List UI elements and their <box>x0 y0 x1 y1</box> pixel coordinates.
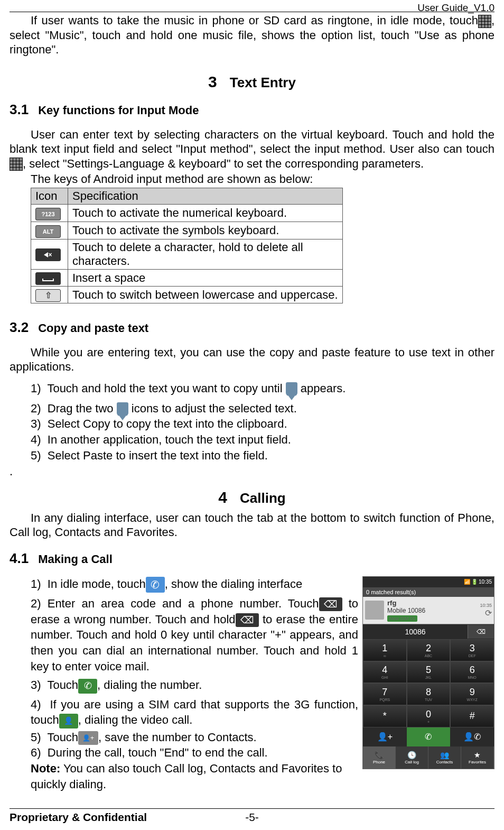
apps-grid-icon <box>10 158 23 171</box>
key-hash[interactable]: # <box>450 705 494 727</box>
cs3-num: 3) <box>31 678 41 691</box>
stray-dot: . <box>10 464 494 479</box>
key-star[interactable]: * <box>363 705 407 727</box>
step-3-text: Select Copy to copy the text into the cl… <box>48 417 287 430</box>
tab-phone-label: Phone <box>373 760 385 764</box>
add-contact-action[interactable]: 👤+ <box>363 727 407 746</box>
dialer-input-row: 10086 ⌫ <box>363 624 494 639</box>
backspace-key-icon <box>35 248 61 261</box>
text-marker-icon <box>286 382 297 396</box>
tab-calllog-label: Call log <box>405 760 419 764</box>
step-1: 1) Touch and hold the text you want to c… <box>31 381 494 396</box>
cs4-after: , dialing the video call. <box>78 713 192 726</box>
contact-number: Mobile 10086 <box>387 607 480 614</box>
sim-badge: New SIM 01 <box>387 615 417 622</box>
key-5[interactable]: 5JKL <box>407 661 451 684</box>
tab-phone[interactable]: 📞Phone <box>363 746 396 769</box>
step-3: 3) Select Copy to copy the text into the… <box>31 416 494 432</box>
th-spec: Specification <box>68 188 343 204</box>
key-2[interactable]: 2ABC <box>407 639 451 661</box>
step-2-after: icons to adjust the selected text. <box>128 402 297 415</box>
avatar <box>365 601 384 620</box>
call-step-2: 2) Enter an area code and a phone number… <box>31 596 358 674</box>
chapter-3-title: Text Entry <box>230 75 296 90</box>
key-0[interactable]: 0+ <box>407 705 451 727</box>
note-text: You can also touch Call log, Contacts an… <box>31 762 342 791</box>
doc-title: User Guide_V1.0 <box>417 2 494 14</box>
copy-paste-steps: 1) Touch and hold the text you want to c… <box>31 381 494 463</box>
call-note: Note: You can also touch Call log, Conta… <box>31 761 358 792</box>
section-3-1-para: User can enter text by selecting charact… <box>10 127 494 171</box>
cs5-before: Touch <box>47 731 78 744</box>
call-step-3: 3) Touch, dialing the number. <box>31 677 358 693</box>
key-3[interactable]: 3DEF <box>450 639 494 661</box>
spec-backspace: Touch to delete a character, hold to del… <box>68 239 343 269</box>
bottom-tabs: 📞Phone 🕓Call log 👥Contacts ★Favorites <box>363 746 494 769</box>
chapter-4-number: 4 <box>218 488 227 506</box>
icon-cell-numeric: ?123 <box>31 204 68 222</box>
spec-numeric: Touch to activate the numerical keyboard… <box>68 204 343 222</box>
step-1-before: Touch and hold the text you want to copy… <box>47 382 285 395</box>
erase-icon <box>236 613 259 627</box>
section-3-2-number: 3.2 <box>10 319 29 335</box>
tab-contacts-label: Contacts <box>436 760 453 764</box>
s31-para-after: , select "Settings-Language & keyboard" … <box>23 157 424 170</box>
step-5-text: Select Paste to insert the text into the… <box>48 449 268 462</box>
dialer-backspace[interactable]: ⌫ <box>468 625 494 639</box>
contact-row[interactable]: rfg Mobile 10086 New SIM 01 10:35 ⟳ <box>363 597 494 624</box>
step-1-after: appears. <box>297 382 346 395</box>
spec-alt: Touch to activate the symbols keyboard. <box>68 222 343 239</box>
key-1[interactable]: 1∞ <box>363 639 407 661</box>
step-4-num: 4) <box>31 433 41 446</box>
matched-results: 0 matched result(s) <box>363 587 494 597</box>
erase-icon <box>319 597 342 611</box>
step-2: 2) Drag the two icons to adjust the sele… <box>31 401 494 417</box>
video-call-icon <box>59 714 78 728</box>
tab-favorites[interactable]: ★Favorites <box>461 746 494 769</box>
numeric-key-icon: ?123 <box>35 208 61 220</box>
page-footer: Proprietary & Confidential -5- <box>10 808 494 824</box>
key-7[interactable]: 7PQRS <box>363 683 407 705</box>
s31-para2: The keys of Android input method are sho… <box>10 172 494 187</box>
section-4-1-title: Making a Call <box>38 552 113 566</box>
step-5-num: 5) <box>31 449 41 462</box>
icon-cell-shift <box>31 287 68 303</box>
section-3-1-title: Key functions for Input Mode <box>38 104 199 117</box>
dial-action[interactable]: ✆ <box>407 727 451 746</box>
status-bar: 📶🔋10:35 <box>363 577 494 587</box>
refresh-icon[interactable]: ⟳ <box>480 608 492 618</box>
footer-right <box>333 811 494 824</box>
key-4[interactable]: 4GHI <box>363 661 407 684</box>
key-9[interactable]: 9WXYZ <box>450 683 494 705</box>
s31-para-before: User can enter text by selecting charact… <box>10 128 494 156</box>
action-row: 👤+ ✆ 👤✆ <box>363 727 494 746</box>
step-2-num: 2) <box>31 402 41 415</box>
video-action[interactable]: 👤✆ <box>450 727 494 746</box>
cs2-p1: Enter an area code and a phone number. T… <box>48 597 319 610</box>
space-key-icon <box>35 272 61 285</box>
contact-name: rfg <box>387 599 480 607</box>
shift-key-icon <box>35 289 61 302</box>
save-contact-icon <box>78 731 98 745</box>
note-label: Note: <box>31 762 60 775</box>
section-3-1-number: 3.1 <box>10 102 29 117</box>
ch4-intro: In any dialing interface, user can touch… <box>10 511 494 540</box>
chapter-3-heading: 3Text Entry <box>10 73 494 91</box>
tab-favorites-label: Favorites <box>469 760 486 764</box>
s32-para: While you are entering text, you can use… <box>10 345 494 374</box>
section-3-1-heading: 3.1Key functions for Input Mode <box>10 102 494 118</box>
contact-info: rfg Mobile 10086 New SIM 01 <box>387 599 480 622</box>
key-6[interactable]: 6MNO <box>450 661 494 684</box>
tab-calllog[interactable]: 🕓Call log <box>396 746 428 769</box>
cs6-text: During the call, touch "End" to end the … <box>48 746 268 759</box>
tab-contacts[interactable]: 👥Contacts <box>428 746 461 769</box>
cs3-after: , dialing the number. <box>97 678 202 691</box>
cs4-num: 4) <box>31 698 41 711</box>
ringtone-text-1: If user wants to take the music in phone… <box>31 14 478 27</box>
status-time: 10:35 <box>479 579 492 585</box>
key-8[interactable]: 8TUV <box>407 683 451 705</box>
cs5-num: 5) <box>31 731 41 744</box>
chapter-4-heading: 4Calling <box>10 488 494 506</box>
key-table: Icon Specification ?123 Touch to activat… <box>31 188 343 303</box>
chapter-4-title: Calling <box>240 490 286 506</box>
